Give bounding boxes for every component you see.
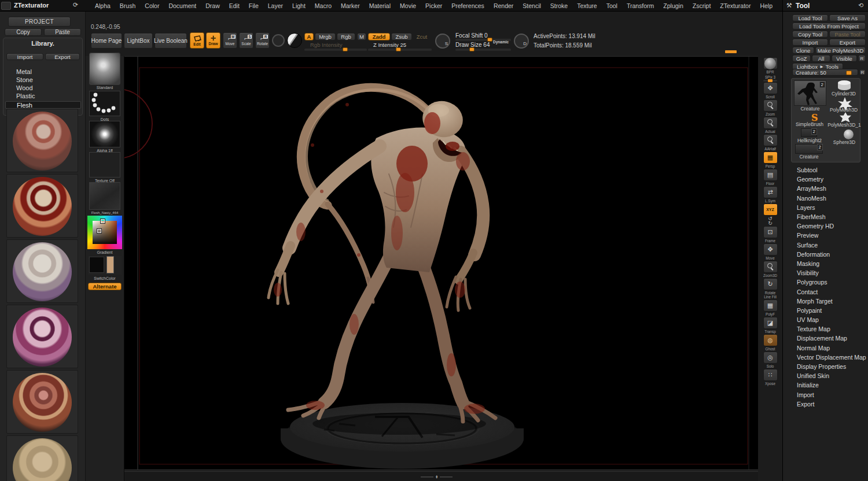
menu-help[interactable]: Help (756, 1, 777, 10)
z-intensity-handle[interactable] (396, 47, 401, 51)
focal-shift-handle[interactable] (487, 38, 492, 42)
z-intensity-slider[interactable] (368, 49, 432, 50)
menu-preferences[interactable]: Preferences (447, 1, 488, 10)
section-polygroups[interactable]: Polygroups (783, 278, 868, 287)
library-category-stone[interactable]: Stone (16, 76, 62, 84)
actual-button[interactable]: Actual (763, 117, 778, 134)
zsub-button[interactable]: Zsub (391, 33, 412, 40)
tool-thumb-hellknight2[interactable]: 2 (801, 128, 817, 137)
zoom-button[interactable]: Zoom (763, 99, 778, 116)
zoom3d-button[interactable]: Zoom3D (763, 261, 778, 278)
draw-size-slider[interactable] (455, 49, 511, 50)
sculpt-viewport[interactable] (124, 57, 758, 470)
goz-visible-button[interactable]: Visible (832, 55, 857, 62)
library-import-button[interactable]: Import (6, 53, 43, 60)
menu-zplugin[interactable]: Zplugin (659, 1, 687, 10)
xyz-button[interactable]: XYZ (763, 204, 778, 216)
section-import[interactable]: Import (783, 390, 868, 399)
menu-edit[interactable]: Edit (225, 1, 244, 10)
section-fibermesh[interactable]: FiberMesh (783, 212, 868, 221)
secondary-color-swatch[interactable] (106, 256, 114, 273)
main-color-swatch[interactable] (89, 257, 104, 273)
tray-handle[interactable]: ▲▼ (421, 475, 462, 479)
texture-thumbnail[interactable] (89, 152, 120, 177)
home-page-button[interactable]: Home Page (91, 33, 122, 49)
zcut-button[interactable]: Zcut (413, 33, 431, 40)
rotate-button[interactable]: R ⌐ Rotate (255, 32, 270, 49)
dots-preview-icon[interactable]: D (514, 34, 529, 49)
material-thumbnail-5[interactable] (6, 370, 78, 434)
menu-texture[interactable]: Texture (573, 1, 601, 10)
alpha-preview-icon[interactable] (272, 34, 285, 47)
menu-color[interactable]: Color (141, 1, 163, 10)
library-category-plastic[interactable]: Plastic (16, 92, 62, 100)
spix-handle[interactable] (768, 79, 773, 82)
solo-button[interactable]: ◎Solo (763, 352, 778, 368)
alternate-button[interactable]: Alternate (88, 283, 122, 290)
menu-render[interactable]: Render (490, 1, 517, 10)
a-toggle-button[interactable]: A (304, 33, 314, 40)
move-view-button[interactable]: ✥Move (763, 243, 778, 260)
section-contact[interactable]: Contact (783, 287, 868, 296)
spix-slider[interactable]: SPix 3 (763, 75, 777, 82)
tool-thumb-creature[interactable]: 2 (794, 80, 826, 106)
menu-document[interactable]: Document (164, 1, 200, 10)
copy-tool-button[interactable]: Copy Tool (792, 31, 828, 38)
section-visibility[interactable]: Visibility (783, 268, 868, 278)
sphere3d-icon[interactable] (844, 130, 854, 139)
section-deformation[interactable]: Deformation (783, 250, 868, 259)
creature-resolution-slider[interactable]: Creature: 50 (792, 69, 858, 76)
menu-layer[interactable]: Layer (264, 1, 287, 10)
creature-slider-handle[interactable] (846, 71, 852, 75)
material-thumbnail-2[interactable] (6, 174, 78, 238)
material-preview-icon[interactable] (287, 33, 302, 48)
stroke-type-icon[interactable]: S (435, 34, 450, 49)
rotate-cw-icon[interactable]: ↻ (768, 221, 773, 225)
tool-thumb-creature-2[interactable]: 2 (795, 144, 823, 154)
menu-zscript[interactable]: Zscript (689, 1, 715, 10)
edit-button[interactable]: Edit (190, 32, 204, 49)
paste-tool-button[interactable]: Paste Tool (829, 31, 866, 38)
section-displacement-map[interactable]: Displacement Map (783, 334, 868, 343)
scroll-button[interactable]: ✥Scroll (763, 82, 778, 99)
goz-all-button[interactable]: All (812, 55, 830, 62)
move-button[interactable]: M ⌐ Move (223, 32, 237, 49)
brush-thumbnail[interactable] (89, 53, 120, 85)
section-unified-skin[interactable]: Unified Skin (783, 371, 868, 380)
clone-button[interactable]: Clone (792, 47, 814, 54)
menu-stroke[interactable]: Stroke (546, 1, 572, 10)
section-vector-displacement-map[interactable]: Vector Displacement Map (783, 353, 868, 362)
menu-light[interactable]: Light (288, 1, 310, 10)
menu-file[interactable]: File (245, 1, 263, 10)
material-thumbnail-3[interactable] (6, 239, 78, 303)
rgb-intensity-handle[interactable] (343, 47, 348, 51)
goz-button[interactable]: GoZ (792, 55, 811, 62)
floor-button[interactable]: ▤Floor (763, 169, 778, 186)
section-polypaint[interactable]: Polypaint (783, 306, 868, 315)
switch-color-widget[interactable] (88, 256, 122, 275)
frame-button[interactable]: ⊡Frame (763, 226, 778, 243)
material-thumbnail-1[interactable] (6, 109, 78, 172)
color-picker[interactable] (87, 216, 122, 249)
rgb-button[interactable]: Rgb (337, 33, 355, 40)
section-arraymesh[interactable]: ArrayMesh (783, 184, 868, 193)
rotate-view-button[interactable]: ↻Rotate (763, 278, 778, 295)
section-normal-map[interactable]: Normal Map (783, 343, 868, 353)
creature-r-button[interactable]: R (859, 69, 866, 75)
section-texture-map[interactable]: Texture Map (783, 324, 868, 334)
make-polymesh3d-button[interactable]: Make PolyMesh3D (815, 47, 866, 54)
hue-marker-icon[interactable] (101, 219, 105, 223)
section-geometry-hd[interactable]: Geometry HD (783, 221, 868, 231)
section-display-properties[interactable]: Display Properties (783, 362, 868, 371)
copy-button[interactable]: Copy (5, 28, 42, 36)
transparency-button[interactable]: ◪Transp (763, 317, 778, 334)
mrgb-button[interactable]: Mrgb (315, 33, 336, 40)
ghost-button[interactable]: ◍Ghost (763, 334, 778, 351)
document-canvas[interactable] (124, 56, 758, 470)
section-preview[interactable]: Preview (783, 231, 868, 240)
rotation-buttons[interactable]: ↺↻ (768, 216, 773, 225)
flesh-texture-thumbnail[interactable] (89, 182, 120, 210)
menu-tool[interactable]: Tool (602, 1, 621, 10)
tray-toggle-arrows-icon[interactable]: ▲▼ (435, 475, 438, 479)
menu-stencil[interactable]: Stencil (518, 1, 545, 10)
